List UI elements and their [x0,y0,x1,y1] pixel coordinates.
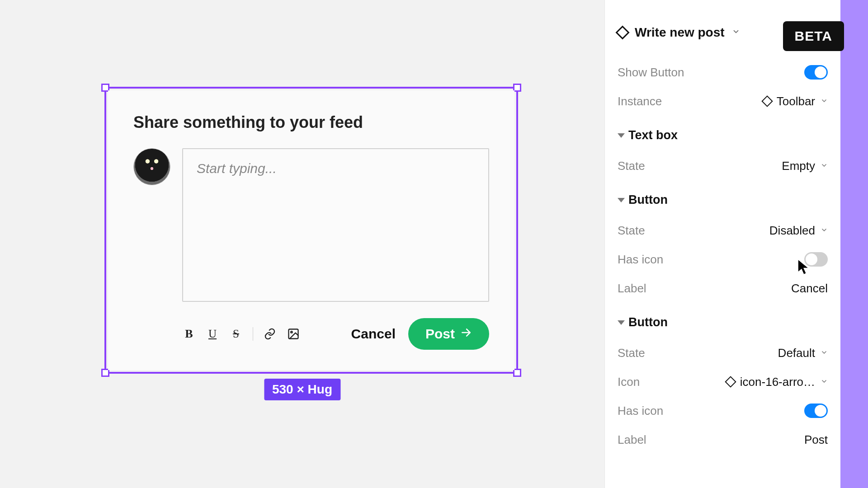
beta-badge: BETA [783,21,844,51]
post-button[interactable]: Post [408,318,489,350]
button2-icon-value: icon-16-arro… [740,375,815,389]
instance-value: Toolbar [777,94,815,108]
post-textarea[interactable]: Start typing... [182,148,489,302]
button2-hasicon-toggle[interactable] [804,404,828,418]
cancel-button[interactable]: Cancel [351,326,396,342]
chevron-down-icon [821,161,828,171]
instance-select[interactable]: Toolbar [763,94,828,108]
show-button-toggle[interactable] [804,65,828,80]
post-button-label: Post [425,326,455,342]
button1-label-field[interactable]: Cancel [791,282,828,296]
properties-panel: BETA Write new post Show Button Instance… [604,0,844,488]
caret-down-icon [618,320,625,325]
button2-hasicon-label: Has icon [618,404,663,418]
button2-state-label: State [618,346,645,360]
button1-state-value: Disabled [769,224,815,238]
bold-icon[interactable]: B [182,327,196,341]
textarea-placeholder: Start typing... [197,161,277,176]
button2-label-value: Post [804,433,828,447]
link-icon[interactable] [263,327,277,341]
canvas-area[interactable]: Share something to your feed Start typin… [0,0,604,488]
button2-label-field[interactable]: Post [804,433,828,447]
section-title: Button [628,315,668,329]
caret-down-icon [618,198,625,202]
textbox-state-value: Empty [782,159,815,173]
chevron-down-icon [821,348,828,358]
button1-hasicon-toggle[interactable] [804,252,828,267]
write-post-card: Share something to your feed Start typin… [108,90,514,370]
button2-state-select[interactable]: Default [778,346,828,360]
component-selector[interactable]: Write new post [618,25,740,40]
chevron-down-icon [821,96,828,107]
button1-label-label: Label [618,282,646,296]
caret-down-icon [618,133,625,138]
component-diamond-icon [615,25,629,39]
component-name: Write new post [635,25,725,40]
chevron-down-icon [821,377,828,387]
textbox-state-label: State [618,159,645,173]
image-icon[interactable] [287,327,300,341]
svg-point-1 [291,331,292,333]
button1-hasicon-label: Has icon [618,253,663,267]
card-title: Share something to your feed [133,113,489,132]
right-strip [844,0,868,488]
arrow-right-icon [460,326,472,342]
button1-state-select[interactable]: Disabled [769,224,828,238]
button1-label-value: Cancel [791,282,828,296]
strikethrough-icon[interactable]: S [229,327,243,341]
button2-state-value: Default [778,346,815,360]
section-header-textbox[interactable]: Text box [618,128,828,142]
instance-diamond-icon [761,95,773,107]
toolbar-divider [253,327,253,341]
chevron-down-icon [732,28,740,38]
instance-diamond-icon [725,376,736,387]
button2-icon-select[interactable]: icon-16-arro… [726,375,828,389]
textbox-state-select[interactable]: Empty [782,159,828,173]
section-header-button-2[interactable]: Button [618,315,828,329]
show-button-label: Show Button [618,66,684,80]
selection-frame[interactable]: Share something to your feed Start typin… [104,87,518,374]
dimensions-badge: 530 × Hug [264,379,340,400]
chevron-down-icon [821,225,828,236]
avatar [133,148,170,185]
button2-label-label: Label [618,433,646,447]
section-title: Text box [628,128,678,142]
formatting-toolbar: B U S [182,327,300,341]
section-title: Button [628,193,668,207]
section-header-button-1[interactable]: Button [618,193,828,207]
button1-state-label: State [618,224,645,238]
underline-icon[interactable]: U [206,327,219,341]
instance-label: Instance [618,94,662,108]
button2-icon-label: Icon [618,375,640,389]
